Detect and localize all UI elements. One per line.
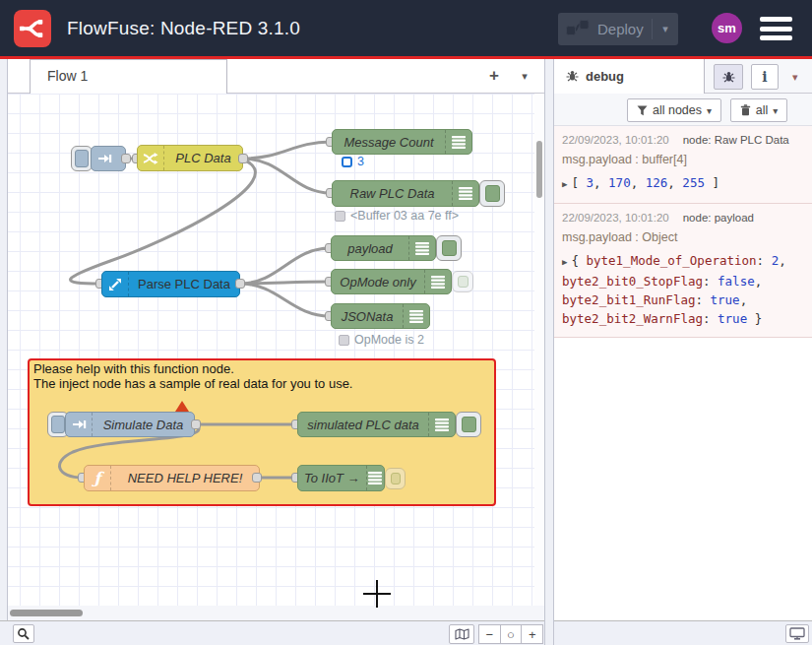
flowfuse-logo-icon[interactable] xyxy=(14,10,51,47)
search-button[interactable] xyxy=(13,624,34,643)
message-source-node: node: Raw PLC Data xyxy=(683,134,789,146)
workspace-footer: − ○ + xyxy=(0,620,544,645)
debug-sidebar: debug i ▾ all nodes ▾ xyxy=(554,59,812,620)
info-panel-button[interactable]: i xyxy=(751,64,779,90)
user-avatar[interactable]: sm xyxy=(712,13,742,43)
debug-list-icon xyxy=(424,270,451,293)
funnel-icon xyxy=(637,105,648,116)
tab-flow-1[interactable]: Flow 1 xyxy=(30,59,227,94)
sidebar-tabrow: debug i ▾ xyxy=(554,59,812,94)
zoom-reset-button[interactable]: ○ xyxy=(501,624,523,644)
node-raw-plc-data[interactable]: Raw PLC Data xyxy=(332,180,479,207)
message-content[interactable]: ▶[ 3, 170, 126, 255 ] xyxy=(562,173,804,194)
zoom-in-button[interactable]: + xyxy=(522,624,543,644)
open-window-button[interactable] xyxy=(785,624,809,643)
deploy-label: Deploy xyxy=(597,21,652,37)
node-red-window: FlowFuse: Node-RED 3.1.0 Deploy ▾ sm xyxy=(0,0,812,645)
status-dot-icon xyxy=(339,335,349,346)
status-raw-plc: <Buffer 03 aa 7e ff> xyxy=(335,209,459,223)
port[interactable] xyxy=(252,473,262,483)
clear-messages-button[interactable]: all ▾ xyxy=(730,98,787,122)
debug-message[interactable]: 22/09/2023, 10:01:20node: payloadmsg.pay… xyxy=(554,204,812,338)
flow-list-caret-icon[interactable]: ▾ xyxy=(515,65,534,87)
deploy-options-caret-icon[interactable]: ▾ xyxy=(653,23,678,35)
panel-divider[interactable] xyxy=(544,59,554,645)
debug-enable-toggle[interactable] xyxy=(385,468,406,489)
port[interactable] xyxy=(121,154,131,163)
debug-enable-toggle[interactable] xyxy=(436,235,462,261)
inject-arrow-icon xyxy=(66,413,93,436)
page-title: FlowFuse: Node-RED 3.1.0 xyxy=(67,18,300,39)
inject-button[interactable] xyxy=(71,146,93,171)
hamburger-icon xyxy=(760,17,792,22)
port[interactable] xyxy=(191,419,201,429)
monitor-icon xyxy=(789,627,805,640)
zoom-out-button[interactable]: − xyxy=(478,624,501,644)
filter-nodes-button[interactable]: all nodes ▾ xyxy=(627,98,721,122)
palette-edge xyxy=(0,59,8,620)
inject-arrow-icon xyxy=(92,147,118,170)
sidebar-collapse-caret-icon[interactable]: ▾ xyxy=(792,71,798,84)
debug-panel-button[interactable] xyxy=(714,64,743,90)
status-jsonata: OpMode is 2 xyxy=(339,333,424,347)
node-opmode-only[interactable]: OpMode only xyxy=(331,269,452,294)
debug-list-icon xyxy=(452,181,478,206)
expand-caret-icon[interactable]: ▶ xyxy=(562,179,567,189)
deploy-button[interactable]: Deploy ▾ xyxy=(558,13,678,45)
node-simulated-plc-data[interactable]: simulated PLC data xyxy=(297,412,456,437)
message-meta: 22/09/2023, 10:01:20node: Raw PLC Data xyxy=(562,134,804,146)
node-simulate-data[interactable]: Simulate Data xyxy=(65,412,195,437)
sidebar-footer xyxy=(554,620,812,645)
trash-icon xyxy=(740,104,751,116)
debug-message[interactable]: 22/09/2023, 10:01:20node: Raw PLC Datams… xyxy=(554,126,812,204)
port[interactable] xyxy=(238,154,248,163)
zoom-controls: − ○ + xyxy=(478,624,543,644)
status-message-count: 3 xyxy=(342,155,364,168)
navigator-button[interactable] xyxy=(449,624,474,644)
main-menu-button[interactable] xyxy=(760,17,792,40)
node-message-count[interactable]: Message Count xyxy=(332,129,472,155)
port[interactable] xyxy=(235,279,245,289)
node-plc-data[interactable]: PLC Data xyxy=(137,145,243,171)
bug-icon xyxy=(722,71,735,84)
debug-list-icon xyxy=(445,130,471,154)
search-icon xyxy=(17,627,31,641)
node-need-help[interactable]: ƒ NEED HELP HERE! xyxy=(84,465,260,491)
warning-triangle-icon xyxy=(175,401,189,412)
map-icon xyxy=(455,628,469,641)
status-dot-icon xyxy=(335,211,345,222)
node-payload[interactable]: payload xyxy=(331,235,436,261)
message-content[interactable]: ▶{ byte1_Mode_of_Operation: 2,byte2_bit0… xyxy=(562,251,804,328)
debug-enable-toggle[interactable] xyxy=(456,412,481,437)
flow-canvas[interactable]: Please help with this function node. The… xyxy=(0,94,544,620)
message-source-node: node: payload xyxy=(683,212,754,224)
header-bar: FlowFuse: Node-RED 3.1.0 Deploy ▾ sm xyxy=(0,0,812,56)
debug-list-icon xyxy=(428,413,455,436)
node-parse-plc-data[interactable]: Parse PLC Data xyxy=(101,271,240,297)
bug-icon xyxy=(566,70,579,83)
wire-layer xyxy=(0,94,544,620)
message-meta: 22/09/2023, 10:01:20node: payload xyxy=(562,212,804,224)
tab-debug[interactable]: debug xyxy=(554,59,705,94)
debug-message-list: 22/09/2023, 10:01:20node: Raw PLC Datams… xyxy=(554,126,812,620)
count-badge-icon xyxy=(342,157,352,167)
range-arrows-icon xyxy=(102,272,129,296)
debug-enable-toggle[interactable] xyxy=(479,180,505,207)
debug-toolbar: all nodes ▾ all ▾ xyxy=(554,94,812,126)
filter-caret-icon: ▾ xyxy=(707,105,712,116)
crosshair-cursor xyxy=(376,580,378,608)
add-flow-button[interactable]: + xyxy=(483,65,505,87)
debug-list-icon xyxy=(403,304,429,328)
clear-caret-icon: ▾ xyxy=(773,105,778,116)
debug-list-icon xyxy=(408,236,435,260)
message-property: msg.payload : Object xyxy=(562,230,804,244)
debug-list-icon xyxy=(366,466,384,490)
expand-caret-icon[interactable]: ▶ xyxy=(562,257,567,267)
message-timestamp: 22/09/2023, 10:01:20 xyxy=(562,134,669,146)
debug-enable-toggle[interactable] xyxy=(452,271,473,292)
node-to-iiot[interactable]: To IIoT → xyxy=(297,465,385,491)
message-property: msg.payload : buffer[4] xyxy=(562,153,804,166)
node-jsonata[interactable]: JSONata xyxy=(331,303,430,329)
shuffle-icon xyxy=(138,146,164,170)
flow-tabbar: Flow 1 + ▾ xyxy=(8,59,544,94)
